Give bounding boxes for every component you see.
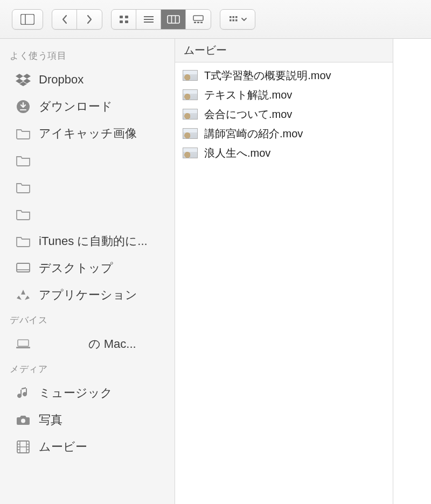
file-item[interactable]: T式学習塾の概要説明.mov: [175, 66, 393, 85]
camera-icon: [15, 412, 31, 428]
file-name: テキスト解説.mov: [204, 88, 292, 102]
sidebar-item-label: Dropbox: [39, 73, 84, 87]
arrange-button[interactable]: [220, 10, 255, 29]
svg-point-33: [21, 419, 25, 423]
arrange-group: [220, 9, 255, 30]
folder-icon: [15, 152, 31, 169]
sidebar-item-dropbox[interactable]: Dropbox: [0, 66, 175, 93]
folder-icon: [15, 179, 31, 195]
list-icon: [143, 15, 155, 24]
svg-rect-4: [120, 20, 123, 23]
finder-window: よく使う項目 Dropbox ダウンロード アイキャッチ画像: [0, 0, 431, 504]
sidebar-toggle-group: [12, 9, 43, 30]
chevron-down-icon: [241, 17, 247, 22]
column-header: ムービー: [175, 39, 393, 62]
sidebar-item-photos[interactable]: 写真: [0, 407, 175, 433]
video-thumbnail-icon: [183, 148, 198, 158]
sidebar-item-label: 写真: [39, 412, 62, 428]
sidebar: よく使う項目 Dropbox ダウンロード アイキャッチ画像: [0, 39, 175, 504]
view-gallery-button[interactable]: [186, 10, 211, 29]
view-mode-group: [111, 9, 211, 30]
back-button[interactable]: [52, 10, 77, 29]
sidebar-item-label: iTunes に自動的に...: [39, 233, 148, 249]
file-item[interactable]: 講師宮崎の紹介.mov: [175, 124, 393, 143]
svg-rect-17: [233, 16, 235, 18]
file-name: 浪人生へ.mov: [204, 146, 270, 160]
sidebar-section-media: メディア: [0, 358, 175, 380]
folder-icon: [15, 233, 31, 249]
file-item[interactable]: テキスト解説.mov: [175, 85, 393, 104]
file-list: T式学習塾の概要説明.mov テキスト解説.mov 会合について.mov 講師宮…: [175, 62, 393, 504]
sidebar-item-label: デスクトップ: [39, 260, 113, 276]
music-icon: [15, 385, 31, 401]
file-item[interactable]: 会合について.mov: [175, 104, 393, 124]
sidebar-item-label: ダウンロード: [39, 99, 113, 115]
sidebar-item-folder-3[interactable]: [0, 174, 175, 201]
sidebar-item-desktop[interactable]: デスクトップ: [0, 255, 175, 282]
file-name: 会合について.mov: [204, 107, 292, 122]
chevron-left-icon: [61, 15, 68, 24]
applications-icon: [15, 287, 31, 303]
gallery-icon: [192, 15, 204, 24]
svg-rect-16: [230, 16, 232, 18]
sidebar-item-mac[interactable]: の Mac...: [0, 331, 175, 358]
svg-rect-32: [16, 347, 30, 348]
sidebar-item-downloads[interactable]: ダウンロード: [0, 93, 175, 120]
svg-rect-2: [120, 16, 123, 18]
window-body: よく使う項目 Dropbox ダウンロード アイキャッチ画像: [0, 39, 431, 504]
sidebar-item-movies[interactable]: ムービー: [0, 433, 175, 460]
video-thumbnail-icon: [183, 70, 198, 81]
desktop-icon: [15, 260, 31, 276]
svg-rect-9: [168, 16, 179, 23]
file-name: 講師宮崎の紹介.mov: [204, 127, 303, 141]
svg-rect-14: [197, 22, 199, 23]
view-list-button[interactable]: [136, 10, 161, 29]
svg-marker-22: [16, 74, 23, 79]
svg-rect-5: [125, 20, 128, 23]
svg-rect-31: [18, 340, 29, 346]
sidebar-item-label: アイキャッチ画像: [39, 125, 137, 142]
file-item[interactable]: 浪人生へ.mov: [175, 143, 393, 163]
view-icon-button[interactable]: [112, 10, 136, 29]
arrange-icon: [228, 15, 240, 24]
folder-icon: [15, 206, 31, 222]
sidebar-toggle-button[interactable]: [12, 10, 43, 29]
sidebar-item-label: ムービー: [39, 439, 87, 455]
forward-button[interactable]: [77, 10, 102, 29]
sidebar-item-applications[interactable]: アプリケーション: [0, 282, 175, 309]
dropbox-icon: [15, 72, 31, 88]
svg-rect-20: [233, 19, 235, 22]
svg-marker-23: [23, 74, 31, 79]
toolbar: [0, 0, 431, 39]
preview-column: [393, 39, 431, 504]
columns-icon: [167, 15, 180, 24]
svg-rect-19: [230, 19, 232, 22]
svg-rect-0: [21, 14, 34, 24]
sidebar-section-devices: デバイス: [0, 309, 175, 331]
sidebar-item-folder-4[interactable]: [0, 201, 175, 228]
svg-rect-21: [235, 19, 238, 22]
svg-rect-18: [235, 16, 238, 18]
sidebar-item-itunes[interactable]: iTunes に自動的に...: [0, 228, 175, 255]
video-thumbnail-icon: [183, 109, 198, 120]
chevron-right-icon: [86, 15, 93, 24]
column-view: ムービー T式学習塾の概要説明.mov テキスト解説.mov 会合について.mo…: [175, 39, 431, 504]
sidebar-section-favorites: よく使う項目: [0, 44, 175, 66]
svg-rect-12: [193, 16, 203, 20]
download-icon: [15, 99, 31, 115]
folder-icon: [15, 125, 31, 142]
sidebar-item-label: の Mac...: [39, 336, 136, 352]
sidebar-item-music[interactable]: ミュージック: [0, 380, 175, 407]
video-thumbnail-icon: [183, 128, 198, 139]
sidebar-item-folder-2[interactable]: [0, 147, 175, 174]
sidebar-icon: [20, 14, 34, 25]
laptop-icon: [15, 336, 31, 352]
grid-icon: [119, 15, 129, 24]
svg-rect-3: [125, 16, 128, 18]
svg-rect-29: [17, 263, 30, 272]
sidebar-item-label: アプリケーション: [39, 287, 137, 303]
sidebar-item-folder-1[interactable]: アイキャッチ画像: [0, 120, 175, 147]
film-icon: [15, 439, 31, 455]
view-column-button[interactable]: [161, 10, 186, 29]
nav-group: [52, 9, 102, 30]
